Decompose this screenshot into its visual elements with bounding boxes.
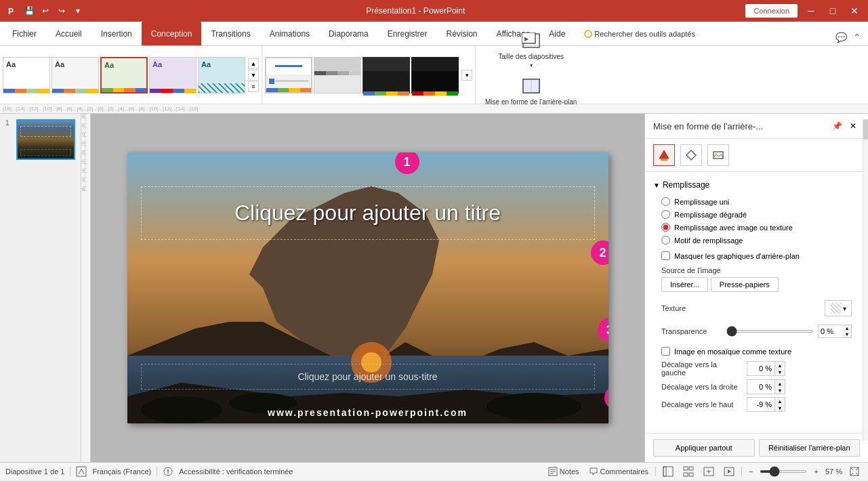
remplissage-header[interactable]: ▼ Remplissage: [645, 177, 868, 192]
reading-icon: [703, 466, 714, 477]
slide-thumbnail[interactable]: [16, 119, 75, 160]
variant-4[interactable]: [411, 57, 459, 93]
zoom-slider[interactable]: [760, 470, 807, 473]
transparence-up[interactable]: ▲: [843, 325, 851, 331]
texture-label: Texture: [661, 304, 686, 312]
panel-tab-fill[interactable]: [653, 144, 675, 166]
slide-sorter-btn[interactable]: [680, 465, 697, 478]
connexion-button[interactable]: Connexion: [745, 4, 798, 18]
theme-1[interactable]: Aa: [3, 57, 50, 93]
slide-title-box[interactable]: Cliquez pour ajouter un titre: [141, 186, 595, 240]
tab-enregistrer[interactable]: Enregistrer: [378, 22, 437, 45]
presse-papiers-btn[interactable]: Presse-papiers: [711, 277, 779, 292]
minimize-btn[interactable]: ─: [803, 3, 819, 19]
theme-5[interactable]: Aa: [198, 57, 245, 93]
tab-fichier[interactable]: Fichier: [3, 22, 46, 45]
panel-scrollbar[interactable]: [863, 119, 868, 440]
panel-tab-image[interactable]: [707, 144, 729, 166]
mosaique-checkbox[interactable]: [661, 347, 670, 356]
panel-close-btn[interactable]: ✕: [846, 119, 860, 133]
decalage-haut-down[interactable]: ▼: [775, 404, 785, 411]
slide-info: Diapositive 1 de 1: [5, 467, 64, 476]
radio-uni[interactable]: Remplissage uni: [661, 195, 852, 208]
decalage-gauche-input[interactable]: 0 % ▲ ▼: [747, 361, 785, 376]
slide-mode-icon: [76, 466, 87, 477]
slideshow-btn[interactable]: [721, 465, 737, 478]
save-quick-btn[interactable]: 💾: [22, 3, 37, 18]
decalage-droite-input[interactable]: 0 % ▲ ▼: [747, 379, 785, 394]
themes-scroll-up[interactable]: ▲: [248, 58, 259, 69]
appliquer-partout-btn[interactable]: Appliquer partout: [653, 439, 755, 457]
variant-2[interactable]: [314, 57, 361, 93]
radio-image-input[interactable]: [661, 223, 670, 232]
zoom-in-btn[interactable]: +: [811, 466, 821, 477]
variants-scroll-btn[interactable]: ▾: [461, 70, 472, 81]
radio-image[interactable]: Remplissage avec image ou texture: [661, 221, 852, 234]
tab-revision[interactable]: Révision: [436, 22, 487, 45]
comments-btn[interactable]: Commentaires: [586, 465, 652, 478]
undo-btn[interactable]: ↩: [38, 3, 53, 18]
radio-motif[interactable]: Motif de remplissage: [661, 234, 852, 247]
variant-3[interactable]: [363, 57, 410, 93]
panel-pin-btn[interactable]: 📌: [830, 119, 844, 133]
slide-canvas[interactable]: Cliquez pour ajouter un titre Cliquez po…: [127, 152, 608, 423]
radio-motif-input[interactable]: [661, 236, 670, 245]
tab-animations[interactable]: Animations: [260, 22, 319, 45]
decalage-gauche-up[interactable]: ▲: [775, 362, 785, 369]
maximize-btn[interactable]: □: [825, 3, 841, 19]
decalage-droite-down[interactable]: ▼: [775, 387, 785, 394]
svg-rect-5: [522, 33, 535, 43]
normal-view-btn[interactable]: [660, 465, 676, 478]
tab-outils[interactable]: ! Rechercher des outils adaptés: [575, 22, 705, 45]
transparence-down[interactable]: ▼: [843, 331, 851, 337]
tab-accueil[interactable]: Accueil: [46, 22, 91, 45]
radio-degrade[interactable]: Remplissage dégradé: [661, 208, 852, 221]
ribbon-collapse-btn[interactable]: ⌃: [849, 29, 865, 45]
fit-btn[interactable]: [846, 465, 863, 478]
theme-3[interactable]: Aa: [100, 57, 148, 93]
svg-rect-30: [684, 467, 688, 470]
decalage-droite-up[interactable]: ▲: [775, 380, 785, 387]
customize-quick-btn[interactable]: ▾: [70, 3, 85, 18]
themes-scroll-down[interactable]: ▼: [248, 70, 259, 81]
masquer-checkbox[interactable]: [661, 251, 670, 260]
tab-transitions[interactable]: Transitions: [201, 22, 260, 45]
decalage-gauche-label: Décalage vers la gauche: [661, 360, 743, 377]
masquer-graphiques[interactable]: Masquer les graphiques d'arrière-plan: [645, 249, 868, 262]
decalage-haut-up[interactable]: ▲: [775, 398, 785, 404]
radio-uni-input[interactable]: [661, 197, 670, 206]
tab-diaporama[interactable]: Diaporama: [319, 22, 378, 45]
theme-2[interactable]: Aa: [51, 57, 99, 93]
variants-scroll: ▾: [461, 70, 472, 81]
decalage-haut-input[interactable]: -9 % ▲ ▼: [747, 397, 785, 412]
reading-view-btn[interactable]: [701, 465, 717, 478]
taille-diapositives-btn[interactable]: ▶ Taille des diapositives ▾: [494, 28, 568, 70]
texture-picker[interactable]: ▾: [825, 300, 852, 316]
tab-insertion[interactable]: Insertion: [91, 22, 142, 45]
transparence-slider[interactable]: [726, 330, 814, 333]
reinitialiser-btn[interactable]: Réinitialiser l'arrière-plan: [759, 439, 861, 457]
tab-conception[interactable]: Conception: [142, 22, 202, 45]
close-btn[interactable]: ✕: [846, 3, 863, 19]
mise-en-forme-btn[interactable]: Mise en forme de l'arrière-plan: [481, 74, 581, 108]
notes-icon: [548, 467, 558, 476]
panel-tab-shape[interactable]: [680, 144, 702, 166]
svg-rect-31: [689, 467, 693, 470]
inserer-btn[interactable]: Insérer...: [661, 277, 708, 292]
decalage-gauche-down[interactable]: ▼: [775, 369, 785, 375]
redo-btn[interactable]: ↪: [54, 3, 69, 18]
slide-subtitle-box[interactable]: Cliquez pour ajouter un sous-titre: [141, 364, 595, 390]
zoom-out-btn[interactable]: −: [746, 466, 756, 477]
transparence-label: Transparence: [661, 327, 722, 335]
notes-btn[interactable]: Notes: [545, 465, 582, 478]
radio-uni-label: Remplissage uni: [674, 198, 729, 206]
sep2: [157, 467, 157, 476]
feedback-btn[interactable]: 💬: [833, 29, 849, 45]
theme-4[interactable]: Aa: [149, 57, 197, 93]
texture-section: Texture ▾: [645, 296, 868, 320]
themes-scroll-more[interactable]: ≡: [248, 81, 259, 92]
main-area: 1 |8|...|6|...|4|...|2|...|0|...|2|...|4…: [0, 114, 868, 462]
mosaique-option[interactable]: Image en mosaïque comme texture: [645, 345, 868, 358]
variant-1[interactable]: [265, 57, 312, 93]
radio-degrade-input[interactable]: [661, 210, 670, 219]
